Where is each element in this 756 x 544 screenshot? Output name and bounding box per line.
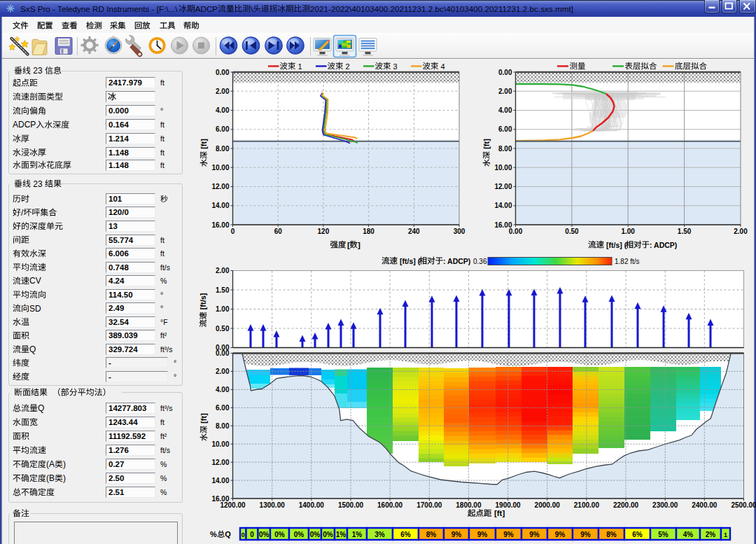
svg-text:2500.00: 2500.00: [731, 501, 756, 509]
svg-text:6.00: 6.00: [498, 125, 512, 133]
svg-text:\: \: [251, 4, 253, 13]
svg-text:1: 1: [724, 531, 727, 538]
svg-text:1.50: 1.50: [216, 286, 230, 294]
svg-text:0%: 0%: [310, 531, 321, 538]
svg-text:Q: Q: [225, 530, 231, 538]
svg-text:240: 240: [408, 228, 420, 235]
svg-text:23: 23: [33, 66, 43, 76]
svg-text:[ft/s] (: [ft/s] (: [606, 241, 627, 249]
svg-text:1: 1: [298, 62, 302, 71]
svg-text:2000.00: 2000.00: [535, 501, 561, 509]
svg-text:SxS Pro - Teledyne RD Instrume: SxS Pro - Teledyne RD Instruments - [F:\…: [20, 4, 178, 13]
svg-text:2200.00: 2200.00: [613, 501, 639, 509]
svg-text:180: 180: [363, 228, 374, 235]
svg-text:4.00: 4.00: [216, 106, 230, 114]
svg-text:0.00: 0.00: [498, 69, 512, 76]
svg-text:ADCP: ADCP: [195, 4, 218, 13]
svg-text:4%: 4%: [683, 531, 694, 538]
svg-text:14.00: 14.00: [211, 202, 229, 209]
svg-text:8.00: 8.00: [216, 422, 230, 430]
svg-text:1400.00: 1400.00: [299, 501, 325, 509]
svg-text:6%: 6%: [400, 531, 411, 538]
svg-text:CV: CV: [29, 276, 41, 286]
svg-text:1200.00: 1200.00: [220, 501, 246, 509]
svg-text:0.00: 0.00: [509, 228, 523, 235]
svg-text:10.00: 10.00: [211, 164, 229, 172]
svg-text:1%: 1%: [336, 531, 346, 538]
svg-text:9%: 9%: [477, 531, 488, 538]
svg-text:[ft/s]: [ft/s]: [199, 293, 207, 309]
svg-text:2100.00: 2100.00: [574, 501, 600, 509]
svg-text:12.00: 12.00: [494, 183, 512, 190]
svg-text:60: 60: [274, 228, 283, 235]
svg-text:9%: 9%: [580, 531, 591, 538]
svg-text:(A: (A: [46, 459, 55, 469]
svg-text:1%: 1%: [352, 531, 363, 538]
svg-text:10.00: 10.00: [494, 164, 512, 172]
svg-text:/: /: [21, 208, 24, 218]
svg-text:4.00: 4.00: [498, 106, 512, 114]
svg-text:: ADCP): : ADCP): [650, 241, 677, 249]
svg-text:6%: 6%: [632, 531, 643, 538]
svg-text:120: 120: [318, 228, 330, 235]
svg-text:1.00: 1.00: [216, 305, 230, 313]
svg-text:0: 0: [231, 228, 235, 235]
svg-text:Q: Q: [38, 403, 44, 413]
svg-text:8%: 8%: [426, 531, 437, 538]
svg-text:): ): [63, 473, 66, 483]
svg-text:%: %: [210, 530, 217, 538]
svg-text:[ft]: [ft]: [200, 139, 208, 149]
svg-text:9%: 9%: [451, 531, 462, 538]
svg-text:]: ]: [358, 241, 360, 249]
svg-text:14.00: 14.00: [494, 202, 512, 209]
svg-text:[ft]: [ft]: [494, 509, 505, 517]
svg-text:8%: 8%: [606, 531, 617, 538]
svg-text:3%: 3%: [374, 531, 385, 538]
svg-text:2.00: 2.00: [216, 267, 230, 274]
svg-text:1700.00: 1700.00: [416, 501, 442, 509]
svg-text:2.00: 2.00: [216, 368, 230, 375]
svg-text:2.00: 2.00: [498, 88, 512, 95]
svg-text:5%: 5%: [658, 531, 668, 538]
svg-text:(B: (B: [46, 473, 55, 483]
svg-text:4: 4: [441, 62, 445, 71]
svg-text:300: 300: [454, 228, 465, 235]
svg-text:6.00: 6.00: [216, 404, 230, 412]
svg-text:12.00: 12.00: [211, 459, 229, 466]
svg-text:4.00: 4.00: [216, 386, 230, 393]
svg-text:2300.00: 2300.00: [652, 501, 678, 509]
svg-text:Q: Q: [29, 344, 36, 354]
svg-text:9%: 9%: [529, 531, 540, 538]
svg-text:2%: 2%: [706, 531, 716, 538]
svg-text:1800.00: 1800.00: [456, 501, 482, 509]
svg-text:2400.00: 2400.00: [692, 501, 718, 509]
svg-text:2.00: 2.00: [734, 228, 748, 235]
svg-text:10.00: 10.00: [211, 440, 229, 448]
svg-text:1.82 ft/s: 1.82 ft/s: [615, 258, 640, 265]
svg-text:0%: 0%: [274, 531, 285, 538]
svg-text:1.50: 1.50: [678, 228, 692, 235]
svg-text:0: 0: [250, 531, 254, 538]
svg-text:0%: 0%: [294, 531, 304, 538]
svg-text:0.00: 0.00: [216, 69, 230, 76]
svg-text:2021-2022\40103400.20211231.2.: 2021-2022\40103400.20211231.2.bc\4010340…: [310, 4, 573, 13]
svg-text:SD: SD: [29, 304, 41, 314]
svg-text:1500.00: 1500.00: [338, 501, 364, 509]
svg-text:[ft]: [ft]: [200, 413, 208, 424]
svg-text:1.00: 1.00: [621, 228, 635, 235]
svg-text:9%: 9%: [503, 531, 514, 538]
svg-text:16.00: 16.00: [211, 221, 229, 229]
svg-text:0.36: 0.36: [473, 258, 487, 265]
svg-text:2: 2: [346, 62, 350, 71]
svg-text:14.00: 14.00: [211, 477, 229, 484]
svg-text:1600.00: 1600.00: [377, 501, 403, 509]
svg-text:23: 23: [33, 179, 43, 189]
svg-text:0: 0: [241, 531, 245, 538]
svg-text:0%: 0%: [259, 531, 270, 538]
svg-text:8.00: 8.00: [498, 145, 512, 153]
svg-text:1900.00: 1900.00: [496, 501, 522, 509]
svg-text:[ft]: [ft]: [482, 139, 491, 149]
svg-text:0.50: 0.50: [565, 228, 579, 235]
svg-text:[: [: [347, 241, 350, 249]
svg-text:: ADCP): : ADCP): [443, 257, 470, 265]
